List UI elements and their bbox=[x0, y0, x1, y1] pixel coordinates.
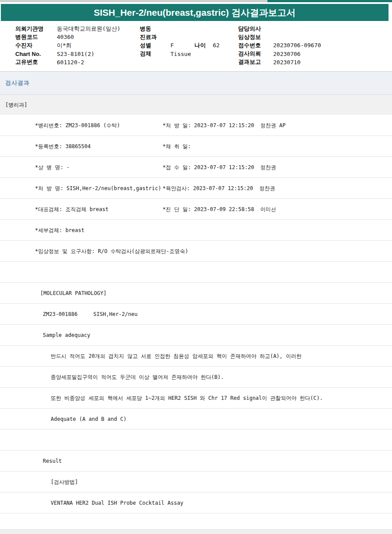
field-label: 고유번호 bbox=[15, 58, 57, 66]
row-left-text: *병리번호: ZM23-001886 (수탁) bbox=[35, 121, 120, 129]
table-row: Result bbox=[0, 451, 392, 472]
info-row-hospital-code: 병원코드 40360 bbox=[15, 33, 121, 41]
field-value: 40360 bbox=[57, 34, 74, 40]
row-right-text: *진 단 일: 2023-07-09 22:58:58 이미선 bbox=[163, 205, 276, 213]
table-row: VENTANA HER2 Dual ISH Probe Cocktail Ass… bbox=[0, 492, 392, 513]
field-value: 20230710 bbox=[273, 59, 301, 66]
table-row: Sample adequacy bbox=[0, 325, 392, 346]
field-label: 임상정보 bbox=[238, 33, 273, 41]
table-row: *처 방 명: SISH,Her-2/neu(breast,gastric) *… bbox=[0, 178, 392, 199]
row-left-text: *등록번호: 38865504 bbox=[35, 142, 90, 150]
table-row: [검사방법] bbox=[0, 472, 392, 492]
info-row-doctor: 담당의사 bbox=[238, 24, 321, 33]
row-left-text: Adequate (A and B and C) bbox=[51, 416, 126, 422]
row-right-text: *육안검사: 2023-07-07 12:15:20 정찬권 bbox=[163, 184, 275, 192]
field-label: 성별 bbox=[140, 42, 170, 49]
row-right-text: *접 수 일: 2023-07-07 12:15:20 정찬권 bbox=[163, 163, 276, 171]
field-value: S23-8101(2) bbox=[57, 51, 94, 57]
top-edge-strip bbox=[0, 0, 392, 2]
info-row-unique-no: 고유번호 601120-2 bbox=[15, 58, 121, 66]
field-label: Chart No. bbox=[15, 51, 57, 57]
row-left-text: *상 병 명: - bbox=[35, 163, 69, 171]
report-title: SISH_Her-2/neu(breast,gastric) 검사결과보고서 bbox=[94, 7, 295, 19]
info-row-report-date: 결과보고 20230710 bbox=[238, 58, 321, 66]
results-section-header: 검사결과 bbox=[0, 71, 392, 94]
info-row-clinical-info: 임상정보 bbox=[238, 33, 321, 41]
table-row: *세부검체: breast bbox=[0, 220, 392, 241]
result-rows: *병리번호: ZM23-001886 (수탁) *처 방 일: 2023-07-… bbox=[0, 115, 392, 513]
info-row-specimen: 검체 Tissue bbox=[140, 50, 237, 58]
row-left-text: [MOLECULAR PATHOLOGY] bbox=[40, 290, 107, 296]
field-value: F bbox=[170, 42, 194, 49]
department-label: [병리과] bbox=[5, 101, 27, 109]
table-row: ZM23-001886 SISH,Her-2/neu bbox=[0, 304, 392, 325]
patient-info-section: 의뢰기관명 동국대학교의료원(일산) 병원코드 40360 수진자 이*희 Ch… bbox=[0, 21, 392, 71]
field-label: 접수번호 bbox=[238, 42, 273, 49]
row-left-text: *임상정보 및 요구사항: R/O 수탁검사(삼광의료재단-조영숙) bbox=[35, 247, 188, 255]
field-label: 나이 bbox=[194, 42, 213, 49]
info-row-department: 진료과 bbox=[140, 33, 237, 41]
field-value: 20230706-09670 bbox=[273, 42, 321, 49]
top-strip-gray bbox=[0, 0, 267, 2]
patient-info-col1: 의뢰기관명 동국대학교의료원(일산) 병원코드 40360 수진자 이*희 Ch… bbox=[15, 24, 121, 66]
field-label: 수진자 bbox=[15, 42, 57, 49]
table-row bbox=[0, 430, 392, 451]
row-left-text: *처 방 명: SISH,Her-2/neu(breast,gastric) bbox=[35, 184, 161, 192]
field-label: 검사의뢰 bbox=[238, 50, 273, 58]
patient-info-col3: 담당의사 임상정보 접수번호 20230706-09670 검사의뢰 20230… bbox=[238, 24, 321, 66]
table-row: 또한 비종양성 세포의 핵에서 세포당 1~2개의 HER2 SISH 와 Ch… bbox=[0, 388, 392, 409]
field-label: 결과보고 bbox=[238, 58, 273, 66]
row-left-text: [검사방법] bbox=[51, 478, 78, 485]
field-label: 병동 bbox=[140, 25, 170, 33]
info-row-ward: 병동 bbox=[140, 24, 237, 33]
row-left-text: 반드시 적어도 20개의 겹치지 않고 서로 인접한 침윤성 암세포의 핵이 존… bbox=[51, 352, 302, 360]
info-row-sex-age: 성별 F 나이 62 bbox=[140, 41, 237, 49]
field-label: 담당의사 bbox=[238, 25, 273, 33]
info-row-chart-no: Chart No. S23-8101(2) bbox=[15, 50, 121, 58]
table-row: [MOLECULAR PATHOLOGY] bbox=[0, 283, 392, 304]
table-row: Adequate (A and B and C) bbox=[0, 409, 392, 430]
info-row-patient-name: 수진자 이*희 bbox=[15, 41, 121, 49]
footer-strip bbox=[0, 529, 392, 534]
field-label: 의뢰기관명 bbox=[15, 25, 57, 33]
report-title-bar: SISH_Her-2/neu(breast,gastric) 검사결과보고서 bbox=[1, 4, 389, 21]
field-value: 20230706 bbox=[273, 51, 301, 57]
row-left-text: *세부검체: breast bbox=[35, 226, 84, 234]
field-value: 동국대학교의료원(일산) bbox=[57, 25, 121, 33]
table-row: *임상정보 및 요구사항: R/O 수탁검사(삼광의료재단-조영숙) bbox=[0, 241, 392, 262]
info-row-accession-no: 접수번호 20230706-09670 bbox=[238, 41, 321, 49]
info-row-request-date: 검사의뢰 20230706 bbox=[238, 50, 321, 58]
patient-info-col2: 병동 진료과 성별 F 나이 62 검체 Tissue bbox=[140, 24, 237, 58]
row-left-text: 종양세포밀집구역이 적어도 두군데 이상 떨어져 존재하여야 한다(B). bbox=[51, 373, 224, 381]
table-row: 반드시 적어도 20개의 겹치지 않고 서로 인접한 침윤성 암세포의 핵이 존… bbox=[0, 346, 392, 367]
row-left-text: *대표검체: 조직검체 breast bbox=[35, 205, 108, 213]
table-row: *상 병 명: - *접 수 일: 2023-07-07 12:15:20 정찬… bbox=[0, 157, 392, 178]
department-band: [병리과] bbox=[0, 94, 392, 115]
row-left-text: ZM23-001886 SISH,Her-2/neu bbox=[43, 311, 138, 317]
row-right-text: *채 취 일: bbox=[163, 142, 191, 150]
table-row: *대표검체: 조직검체 breast *진 단 일: 2023-07-09 22… bbox=[0, 199, 392, 220]
table-row: *등록번호: 38865504 *채 취 일: bbox=[0, 136, 392, 157]
table-row: *병리번호: ZM23-001886 (수탁) *처 방 일: 2023-07-… bbox=[0, 115, 392, 136]
report-page: SISH_Her-2/neu(breast,gastric) 검사결과보고서 의… bbox=[0, 0, 392, 534]
table-row bbox=[0, 262, 392, 283]
field-value: 이*희 bbox=[57, 42, 72, 49]
row-left-text: Sample adequacy bbox=[43, 332, 90, 338]
table-row: 종양세포밀집구역이 적어도 두군데 이상 떨어져 존재하여야 한다(B). bbox=[0, 367, 392, 388]
row-left-text: 또한 비종양성 세포의 핵에서 세포당 1~2개의 HER2 SISH 와 Ch… bbox=[51, 394, 323, 402]
field-value: 62 bbox=[213, 42, 237, 49]
bottom-whitespace bbox=[0, 513, 392, 528]
top-strip-teal bbox=[267, 0, 392, 2]
row-left-text: Result bbox=[43, 458, 62, 464]
field-value: 601120-2 bbox=[57, 59, 84, 66]
field-label: 검체 bbox=[140, 50, 170, 58]
row-left-text: VENTANA HER2 Dual ISH Probe Cocktail Ass… bbox=[51, 500, 183, 506]
row-right-text: *처 방 일: 2023-07-07 12:15:20 정찬권 AP bbox=[163, 121, 286, 129]
results-section-title: 검사결과 bbox=[5, 79, 30, 87]
field-value: Tissue bbox=[170, 51, 194, 57]
field-label: 진료과 bbox=[140, 33, 170, 41]
info-row-institution: 의뢰기관명 동국대학교의료원(일산) bbox=[15, 24, 121, 33]
field-label: 병원코드 bbox=[15, 33, 57, 41]
